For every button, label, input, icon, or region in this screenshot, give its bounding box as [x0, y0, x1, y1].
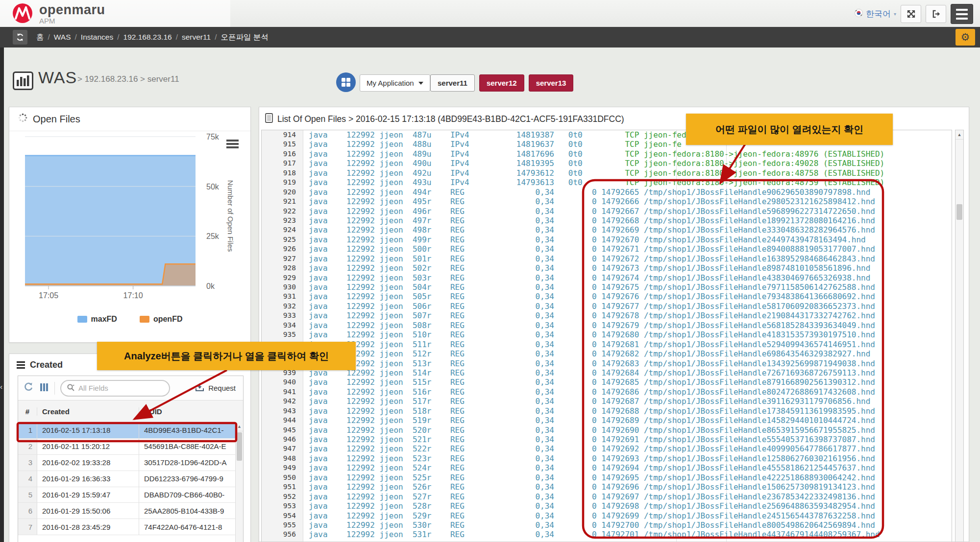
- file-row-columns: java 122992 jjeon 508r REG 0,34: [309, 321, 592, 330]
- table-row[interactable]: 72016-01-28 23:45:2974F422A0-6476-4121-8: [18, 519, 243, 535]
- breadcrumb-item[interactable]: Instances: [81, 33, 113, 41]
- column-header-#[interactable]: #: [18, 407, 37, 416]
- file-row[interactable]: 950java 122992 jjeon 525r REG 0,34 0 147…: [262, 473, 952, 482]
- file-row[interactable]: 931java 122992 jjeon 505r REG 0,34 0 147…: [262, 292, 952, 301]
- file-row[interactable]: 923java 122992 jjeon 497r REG 0,34 0 147…: [262, 216, 952, 225]
- my-application-dropdown[interactable]: My Application: [360, 74, 430, 92]
- scroll-up-icon[interactable]: ▲: [956, 130, 963, 140]
- file-row-columns: java 122992 jjeon 525r REG 0,34: [309, 473, 592, 482]
- line-number: 934: [262, 321, 303, 330]
- table-row[interactable]: 32016-02-02 19:33:2830517D28-1D96-42DD-A: [18, 455, 243, 471]
- file-row[interactable]: 951java 122992 jjeon 526r REG 0,34 0 147…: [262, 482, 952, 492]
- file-row-name: 0 14792674 /tmp/shop1/JBossFileHandle438…: [592, 273, 870, 283]
- refresh-button[interactable]: [13, 30, 27, 45]
- column-header-UUID[interactable]: UUID: [139, 407, 243, 416]
- server-tab-server12[interactable]: server12: [479, 74, 524, 92]
- breadcrumb-item[interactable]: server11: [182, 33, 211, 41]
- file-row[interactable]: 920java 122992 jjeon 494r REG 0,34 0 147…: [262, 188, 952, 197]
- file-row-name: 0 14792690 /tmp/shop1/JBossFileHandle865…: [592, 425, 875, 435]
- legend-item-openFD[interactable]: openFD: [140, 315, 183, 324]
- server-tab-server11[interactable]: server11: [430, 74, 475, 92]
- file-row[interactable]: 947java 122992 jjeon 522r REG 0,34 0 147…: [262, 444, 952, 453]
- file-row[interactable]: 954java 122992 jjeon 529r REG 0,34 0 147…: [262, 511, 952, 520]
- created-table-scrollbar[interactable]: ▲: [235, 422, 243, 542]
- chart-context-menu-icon[interactable]: [226, 140, 239, 148]
- table-row[interactable]: 52016-01-29 15:59:47DBABD709-CB66-40B0-: [18, 487, 243, 503]
- settings-gear-button[interactable]: ⚙: [956, 29, 975, 46]
- file-row[interactable]: 936java 122992 jjeon 511r REG 0,34 0 147…: [262, 340, 952, 349]
- breadcrumb-item[interactable]: 192.168.23.16: [123, 33, 172, 41]
- server-tab-server13[interactable]: server13: [529, 74, 574, 92]
- table-row[interactable]: 42016-01-29 16:36:33DD612233-6796-4799-9: [18, 471, 243, 487]
- file-row[interactable]: 934java 122992 jjeon 508r REG 0,34 0 147…: [262, 321, 952, 330]
- file-row-name: 0 14792682 /tmp/shop1/JBossFileHandle698…: [592, 349, 870, 358]
- document-icon: [265, 113, 273, 125]
- legend-item-maxFD[interactable]: maxFD: [77, 315, 117, 324]
- file-row[interactable]: 943java 122992 jjeon 518r REG 0,34 0 147…: [262, 406, 952, 416]
- file-row[interactable]: 955java 122992 jjeon 530r REG 0,34 0 147…: [262, 520, 952, 530]
- fullscreen-button[interactable]: [901, 5, 921, 23]
- scrollbar-thumb[interactable]: [956, 204, 962, 220]
- file-row[interactable]: 928java 122992 jjeon 502r REG 0,34 0 147…: [262, 263, 952, 273]
- column-header-Created[interactable]: Created: [37, 407, 139, 416]
- file-row[interactable]: 946java 122992 jjeon 521r REG 0,34 0 147…: [262, 435, 952, 444]
- table-row[interactable]: 12016-02-15 17:13:184BD99E43-B1BD-42C1-: [18, 423, 243, 439]
- collapsed-sidebar-strip[interactable]: [0, 47, 4, 542]
- file-row[interactable]: 930java 122992 jjeon 504r REG 0,34 0 147…: [262, 283, 952, 292]
- file-row-columns: java 122992 jjeon 506r REG 0,34: [309, 302, 592, 311]
- file-row[interactable]: 948java 122992 jjeon 523r REG 0,34 0 147…: [262, 454, 952, 463]
- scroll-up-icon[interactable]: ▲: [236, 422, 243, 431]
- menu-button[interactable]: [951, 4, 973, 24]
- table-refresh-icon[interactable]: [24, 382, 34, 394]
- file-row[interactable]: 941java 122992 jjeon 516r REG 0,34 0 147…: [262, 387, 952, 397]
- file-row[interactable]: 927java 122992 jjeon 501r REG 0,34 0 147…: [262, 254, 952, 263]
- file-row-columns: java 122992 jjeon 516r REG 0,34: [309, 387, 592, 397]
- file-row[interactable]: 919java 122992 jjeon 493u IPv4 14793613 …: [262, 178, 952, 187]
- file-row[interactable]: 952java 122992 jjeon 527r REG 0,34 0 147…: [262, 492, 952, 501]
- file-row[interactable]: 925java 122992 jjeon 499r REG 0,34 0 147…: [262, 235, 952, 244]
- breadcrumb-home[interactable]: 홈: [36, 33, 44, 41]
- breadcrumb-item[interactable]: WAS: [54, 33, 71, 41]
- file-row[interactable]: 942java 122992 jjeon 517r REG 0,34 0 147…: [262, 397, 952, 406]
- scrollbar-thumb[interactable]: [237, 432, 242, 461]
- columns-icon[interactable]: [39, 383, 49, 394]
- annotation-callout-top: 어떤 파일이 많이 열려있는지 확인: [686, 114, 893, 145]
- file-row[interactable]: 937java 122992 jjeon 512r REG 0,34 0 147…: [262, 349, 952, 358]
- logout-button[interactable]: [926, 5, 946, 23]
- open-files-title: Open Files: [33, 114, 80, 125]
- line-number: 914: [262, 130, 303, 140]
- brand[interactable]: openmaru APM: [12, 2, 105, 26]
- search-input[interactable]: All Fields: [60, 380, 170, 397]
- file-row[interactable]: 949java 122992 jjeon 524r REG 0,34 0 147…: [262, 463, 952, 472]
- file-row[interactable]: 921java 122992 jjeon 495r REG 0,34 0 147…: [262, 197, 952, 206]
- legend-label: maxFD: [91, 315, 117, 324]
- file-list-scrollbar[interactable]: ▲: [955, 130, 964, 542]
- file-row[interactable]: 924java 122992 jjeon 498r REG 0,34 0 147…: [262, 225, 952, 235]
- file-row[interactable]: 944java 122992 jjeon 519r REG 0,34 0 147…: [262, 416, 952, 425]
- language-selector[interactable]: 한국어 ▾: [855, 8, 896, 20]
- row-created: 2016-01-29 16:36:33: [37, 471, 139, 487]
- file-row-text: java 122992 jjeon 513r REG 0,34 0 147926…: [303, 359, 875, 368]
- file-row[interactable]: 917java 122992 jjeon 490u IPv4 14819395 …: [262, 159, 952, 168]
- table-row[interactable]: 22016-02-11 15:20:12545691BA-C88E-402A-E: [18, 439, 243, 455]
- file-row[interactable]: 935java 122992 jjeon 510r REG 0,34 0 147…: [262, 330, 952, 339]
- file-row[interactable]: 933java 122992 jjeon 507r REG 0,34 0 147…: [262, 311, 952, 320]
- application-grid-button[interactable]: [336, 72, 356, 92]
- file-row[interactable]: 938java 122992 jjeon 513r REG 0,34 0 147…: [262, 359, 952, 368]
- file-row[interactable]: 956java 122992 jjeon 531r REG 0,34 0 147…: [262, 530, 952, 539]
- file-row[interactable]: 953java 122992 jjeon 528r REG 0,34 0 147…: [262, 501, 952, 511]
- file-row[interactable]: 932java 122992 jjeon 506r REG 0,34 0 147…: [262, 302, 952, 311]
- request-button[interactable]: Request: [195, 383, 236, 393]
- sidebar-collapse-chevron-icon[interactable]: ‹: [0, 383, 2, 390]
- file-row[interactable]: 922java 122992 jjeon 496r REG 0,34 0 147…: [262, 207, 952, 216]
- file-row-text: java 122992 jjeon 497r REG 0,34 0 147926…: [303, 216, 875, 225]
- file-row-columns: java 122992 jjeon 526r REG 0,34: [309, 482, 592, 492]
- file-row[interactable]: 940java 122992 jjeon 515r REG 0,34 0 147…: [262, 377, 952, 387]
- table-row[interactable]: 62016-01-29 15:50:0625AA2805-B104-433B-9: [18, 503, 243, 519]
- file-row[interactable]: 926java 122992 jjeon 500r REG 0,34 0 147…: [262, 244, 952, 254]
- file-row[interactable]: 945java 122992 jjeon 520r REG 0,34 0 147…: [262, 425, 952, 435]
- file-row[interactable]: 939java 122992 jjeon 514r REG 0,34 0 147…: [262, 368, 952, 377]
- file-row[interactable]: 918java 122992 jjeon 492u IPv4 14793612 …: [262, 168, 952, 178]
- file-row[interactable]: 929java 122992 jjeon 503r REG 0,34 0 147…: [262, 273, 952, 283]
- file-row[interactable]: 916java 122992 jjeon 489u IPv4 14817696 …: [262, 149, 952, 159]
